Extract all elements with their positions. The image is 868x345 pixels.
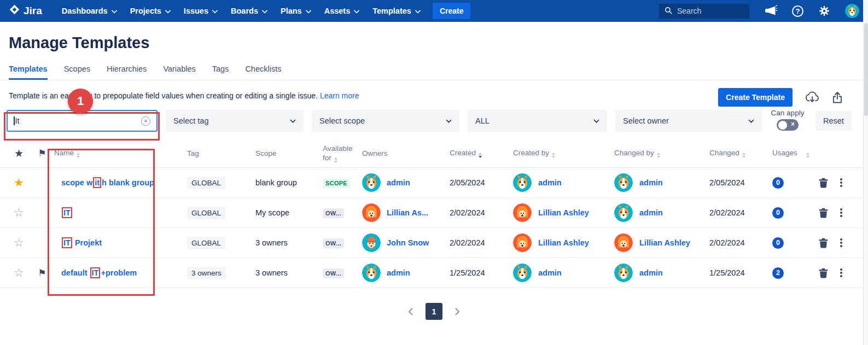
- owner-link[interactable]: Lillian As...: [387, 208, 428, 217]
- table-row: ★ scope with blank group GLOBAL blank gr…: [0, 168, 868, 198]
- usages-badge: 0: [772, 237, 784, 249]
- scrollbar-thumb[interactable]: [864, 23, 868, 116]
- nav-item-templates[interactable]: Templates: [366, 0, 427, 22]
- created-by-link[interactable]: Lillian Ashley: [538, 208, 589, 217]
- learn-more-link[interactable]: Learn more: [320, 91, 359, 100]
- column-header-name[interactable]: Name: [53, 149, 187, 158]
- chevron-down-icon: [290, 116, 296, 125]
- chevron-down-icon: [415, 7, 421, 15]
- column-header-available-for[interactable]: Available for: [323, 144, 362, 163]
- more-actions-icon[interactable]: [839, 177, 843, 188]
- tab-hierarchies[interactable]: Hierarchies: [107, 65, 147, 80]
- create-template-button[interactable]: Create Template: [718, 88, 793, 107]
- tag-badge: GLOBAL: [187, 207, 225, 219]
- export-icon[interactable]: [832, 91, 843, 104]
- changed-by-link[interactable]: admin: [639, 268, 663, 277]
- changed-by-link[interactable]: admin: [639, 178, 663, 187]
- created-by-link[interactable]: Lillian Ashley: [538, 238, 589, 247]
- type-dropdown-value: ALL: [475, 116, 490, 125]
- column-header-created[interactable]: Created: [450, 149, 511, 158]
- nav-item-projects[interactable]: Projects: [124, 0, 177, 22]
- tab-variables[interactable]: Variables: [163, 65, 195, 80]
- changed-by-link[interactable]: Lillian Ashley: [639, 238, 690, 247]
- create-button[interactable]: Create: [433, 3, 471, 19]
- flag-icon[interactable]: ⚑: [38, 267, 46, 279]
- owner-avatar: [362, 203, 381, 222]
- column-header-created-by[interactable]: Created by: [511, 149, 612, 158]
- type-dropdown[interactable]: ALL: [468, 110, 607, 132]
- changed-by-avatar: [614, 264, 633, 282]
- nav-item-dashboards[interactable]: Dashboards: [55, 0, 124, 22]
- global-search-placeholder: Search: [677, 7, 701, 15]
- delete-icon[interactable]: [819, 268, 828, 278]
- highlighted-match: IT: [62, 237, 72, 248]
- global-search-input[interactable]: Search: [659, 4, 749, 19]
- template-name-link[interactable]: IT: [61, 208, 73, 217]
- clear-search-icon[interactable]: ×: [141, 116, 150, 126]
- tab-tags[interactable]: Tags: [212, 65, 229, 80]
- tab-checklists[interactable]: Checklists: [245, 65, 281, 80]
- help-icon[interactable]: ?: [792, 5, 803, 17]
- jira-logo-text: Jira: [24, 5, 42, 17]
- column-header-scope[interactable]: Scope: [255, 149, 323, 157]
- available-for-badge: OW...: [323, 268, 344, 278]
- delete-icon[interactable]: [819, 238, 828, 248]
- owner-link[interactable]: John Snow: [387, 238, 429, 247]
- sort-icon: [742, 153, 745, 158]
- next-page-icon[interactable]: [453, 306, 462, 318]
- select-scope-label: Select scope: [319, 116, 365, 125]
- column-header-usages[interactable]: Usages: [768, 149, 814, 158]
- created-cell: 2/05/2024: [450, 178, 511, 187]
- delete-icon[interactable]: [819, 178, 828, 188]
- reset-button[interactable]: Reset: [815, 111, 852, 131]
- chevron-down-icon: [446, 116, 452, 125]
- more-actions-icon[interactable]: [839, 237, 843, 248]
- template-search-input[interactable]: It ×: [7, 110, 158, 132]
- tab-templates[interactable]: Templates: [9, 65, 48, 80]
- created-by-avatar: [513, 173, 532, 192]
- prev-page-icon[interactable]: [406, 306, 415, 318]
- column-header-changed[interactable]: Changed: [705, 149, 768, 158]
- star-column-icon[interactable]: ★: [14, 147, 24, 160]
- created-by-link[interactable]: admin: [538, 268, 562, 277]
- flag-column-icon[interactable]: ⚑: [38, 148, 46, 159]
- user-avatar[interactable]: [845, 4, 859, 18]
- highlighted-match: IT: [62, 207, 72, 218]
- jira-logo[interactable]: Jira: [9, 4, 42, 18]
- announcement-icon[interactable]: [764, 5, 777, 17]
- nav-item-issues[interactable]: Issues: [177, 0, 224, 22]
- tab-scopes[interactable]: Scopes: [64, 65, 90, 80]
- nav-item-plans[interactable]: Plans: [274, 0, 318, 22]
- star-filled-icon[interactable]: ★: [14, 176, 24, 189]
- nav-item-assets[interactable]: Assets: [318, 0, 366, 22]
- current-page-button[interactable]: 1: [426, 303, 442, 320]
- tag-badge: GLOBAL: [187, 177, 225, 189]
- select-tag-dropdown[interactable]: Select tag: [166, 110, 304, 132]
- owner-link[interactable]: admin: [387, 178, 410, 187]
- star-outline-icon[interactable]: ☆: [14, 206, 24, 219]
- vertical-scrollbar[interactable]: [863, 0, 868, 345]
- owner-link[interactable]: admin: [387, 268, 410, 277]
- column-header-owners[interactable]: Owners: [362, 149, 450, 157]
- column-header-tag[interactable]: Tag: [187, 149, 255, 157]
- more-actions-icon[interactable]: [839, 207, 843, 218]
- star-outline-icon[interactable]: ☆: [14, 266, 24, 279]
- changed-by-link[interactable]: admin: [639, 208, 663, 217]
- template-name-link[interactable]: scope with blank group: [61, 178, 154, 187]
- select-owner-dropdown[interactable]: Select owner: [615, 110, 762, 132]
- star-outline-icon[interactable]: ☆: [14, 236, 24, 249]
- created-by-avatar: [513, 233, 532, 252]
- delete-icon[interactable]: [819, 208, 828, 218]
- more-actions-icon[interactable]: [839, 267, 843, 278]
- settings-gear-icon[interactable]: [818, 5, 830, 17]
- column-header-changed-by[interactable]: Changed by: [612, 149, 705, 158]
- template-name-link[interactable]: default IT+problem: [61, 268, 137, 277]
- template-name-link[interactable]: IT Projekt: [61, 238, 102, 247]
- created-by-link[interactable]: admin: [538, 178, 562, 187]
- can-apply-toggle[interactable]: ×: [777, 119, 799, 131]
- select-scope-dropdown[interactable]: Select scope: [312, 110, 459, 132]
- pagination: 1: [0, 303, 868, 320]
- sort-icon: [77, 153, 80, 158]
- cloud-download-icon[interactable]: [805, 91, 819, 104]
- nav-item-boards[interactable]: Boards: [224, 0, 274, 22]
